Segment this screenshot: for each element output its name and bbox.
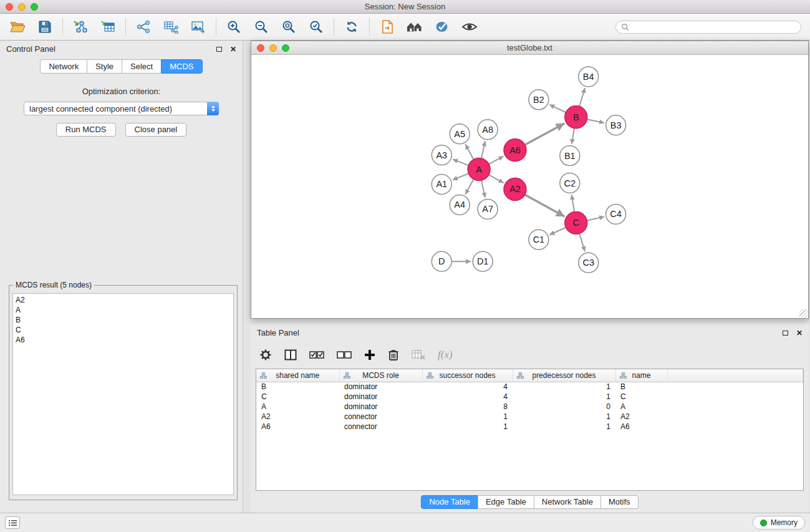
- table-cell[interactable]: C: [256, 392, 339, 402]
- run-mcds-button[interactable]: Run MCDS: [56, 123, 116, 137]
- table-cell[interactable]: A6: [615, 422, 667, 432]
- tab-edge-table[interactable]: Edge Table: [478, 495, 534, 509]
- float-panel-icon[interactable]: [216, 47, 222, 52]
- graph-node-A3[interactable]: A3: [432, 145, 451, 165]
- close-table-panel-icon[interactable]: ✕: [796, 329, 803, 337]
- table-cell[interactable]: 1: [513, 412, 615, 422]
- import-table-file-button[interactable]: [97, 16, 119, 37]
- tab-motifs[interactable]: Motifs: [600, 495, 639, 509]
- new-network-button[interactable]: [132, 16, 155, 37]
- table-row[interactable]: A2connector11A2: [256, 412, 803, 422]
- network-close-button[interactable]: [257, 44, 264, 52]
- column-header-mcds-role[interactable]: MCDS role: [339, 369, 422, 382]
- task-history-button[interactable]: [5, 516, 20, 529]
- tab-mcds[interactable]: MCDS: [161, 59, 202, 74]
- table-cell[interactable]: B: [615, 382, 667, 392]
- search-input[interactable]: [632, 22, 796, 31]
- column-header-predecessor-nodes[interactable]: predecessor nodes: [513, 369, 615, 382]
- graph-node-A5[interactable]: A5: [450, 124, 470, 144]
- table-cell[interactable]: 0: [513, 402, 615, 412]
- mcds-result-item[interactable]: A2: [16, 295, 231, 305]
- zoom-out-button[interactable]: [250, 16, 272, 37]
- table-cell[interactable]: 1: [422, 422, 513, 432]
- table-cell[interactable]: 8: [422, 402, 513, 412]
- new-network-from-table-button[interactable]: [160, 16, 182, 37]
- search-box[interactable]: [615, 21, 801, 34]
- tab-network-table[interactable]: Network Table: [534, 495, 601, 509]
- graph-node-C4[interactable]: C4: [606, 204, 626, 224]
- show-details-button[interactable]: [431, 16, 453, 37]
- table-cell[interactable]: B: [256, 382, 339, 392]
- open-session-button[interactable]: [6, 16, 29, 37]
- graph-node-B1[interactable]: B1: [560, 146, 580, 166]
- node-table-container[interactable]: shared nameMCDS rolesuccessor nodesprede…: [256, 369, 804, 491]
- memory-button[interactable]: Memory: [753, 516, 805, 530]
- zoom-in-button[interactable]: [223, 16, 245, 37]
- table-cell[interactable]: dominator: [339, 382, 422, 392]
- graph-node-D1[interactable]: D1: [473, 251, 493, 271]
- mcds-result-item[interactable]: A6: [16, 335, 231, 345]
- column-header-successor-nodes[interactable]: successor nodes: [422, 369, 513, 382]
- network-zoom-button[interactable]: [282, 44, 289, 52]
- minimize-window-button[interactable]: [18, 3, 26, 11]
- table-cell[interactable]: A2: [615, 412, 667, 422]
- zoom-window-button[interactable]: [31, 3, 38, 11]
- table-cell[interactable]: 1: [513, 422, 615, 432]
- delete-table-button[interactable]: [412, 346, 425, 364]
- graph-node-A4[interactable]: A4: [450, 195, 470, 215]
- table-cell[interactable]: 4: [422, 392, 513, 402]
- refresh-button[interactable]: [340, 16, 363, 37]
- tab-style[interactable]: Style: [87, 59, 122, 74]
- column-header-shared-name[interactable]: shared name: [256, 369, 339, 382]
- column-header-name[interactable]: name: [615, 369, 667, 382]
- table-row[interactable]: Adominator80A: [256, 402, 803, 412]
- table-cell[interactable]: 1: [422, 412, 513, 422]
- select-all-button[interactable]: [309, 346, 324, 364]
- criterion-dropdown[interactable]: largest connected component (directed): [24, 102, 219, 115]
- table-row[interactable]: A6connector11A6: [256, 422, 803, 432]
- graph-node-B4[interactable]: B4: [579, 67, 599, 87]
- add-button[interactable]: [364, 346, 375, 364]
- home-button[interactable]: [403, 16, 426, 37]
- save-session-button[interactable]: [34, 16, 56, 37]
- network-minimize-button[interactable]: [269, 44, 277, 52]
- import-network-file-button[interactable]: [69, 16, 92, 37]
- graph-node-C2[interactable]: C2: [560, 173, 580, 193]
- unselect-all-button[interactable]: [337, 346, 352, 364]
- table-settings-button[interactable]: [259, 346, 272, 364]
- graph-node-A8[interactable]: A8: [478, 120, 498, 140]
- graph-node-C1[interactable]: C1: [529, 230, 549, 249]
- close-window-button[interactable]: [6, 3, 13, 11]
- open-document-button[interactable]: [376, 16, 398, 37]
- graph-node-B3[interactable]: B3: [606, 115, 626, 135]
- table-cell[interactable]: C: [615, 392, 667, 402]
- panel-splitter[interactable]: [243, 41, 251, 513]
- show-columns-button[interactable]: [284, 346, 297, 364]
- close-panel-button[interactable]: Close panel: [125, 123, 187, 137]
- table-cell[interactable]: 1: [513, 392, 615, 402]
- table-cell[interactable]: A: [256, 402, 339, 412]
- table-cell[interactable]: A6: [256, 422, 339, 432]
- network-canvas[interactable]: B4B2BB3A8A5A6B1A3AC2A1A2A4A7C4CC1C3DD1: [251, 55, 808, 318]
- graph-node-B2[interactable]: B2: [529, 90, 549, 110]
- close-panel-icon[interactable]: ✕: [230, 46, 236, 53]
- function-builder-button[interactable]: f(x): [438, 346, 453, 364]
- table-cell[interactable]: connector: [339, 422, 422, 432]
- table-cell[interactable]: connector: [339, 412, 422, 422]
- mcds-result-item[interactable]: B: [16, 315, 231, 325]
- mcds-result-item[interactable]: A: [16, 305, 231, 315]
- graph-node-B[interactable]: B: [565, 106, 587, 128]
- table-cell[interactable]: 4: [422, 382, 513, 392]
- zoom-selected-button[interactable]: [305, 16, 327, 37]
- tab-network[interactable]: Network: [40, 59, 87, 74]
- graph-node-D[interactable]: D: [432, 251, 451, 271]
- graph-node-C3[interactable]: C3: [579, 253, 599, 273]
- graph-node-A7[interactable]: A7: [478, 199, 498, 219]
- network-graph[interactable]: B4B2BB3A8A5A6B1A3AC2A1A2A4A7C4CC1C3DD1: [251, 55, 808, 318]
- tab-select[interactable]: Select: [122, 59, 162, 74]
- zoom-fit-button[interactable]: [277, 16, 300, 37]
- table-cell[interactable]: A: [615, 402, 667, 412]
- table-cell[interactable]: 1: [513, 382, 615, 392]
- table-cell[interactable]: A2: [256, 412, 339, 422]
- table-row[interactable]: Bdominator41B: [256, 382, 803, 392]
